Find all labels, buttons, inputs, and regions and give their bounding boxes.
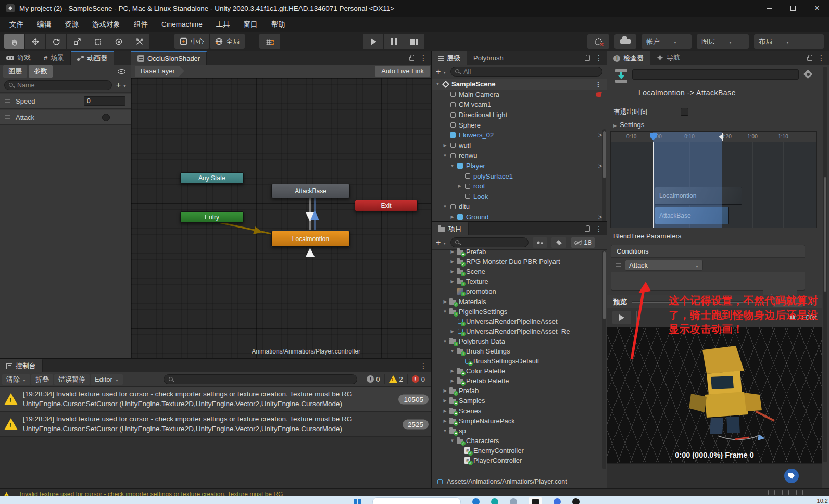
project-row[interactable]: ▶Samples [432,396,607,406]
foldout-collapsed-icon[interactable]: ▶ [441,299,449,304]
hierarchy-row[interactable]: Main Camera [432,90,607,100]
breadcrumb[interactable]: Base Layer [135,66,184,77]
menu-gameobject[interactable]: 游戏对象 [92,20,120,29]
console-search-input[interactable] [164,374,357,384]
hierarchy-row[interactable]: ▶Ground [432,212,607,221]
transform-tool-button[interactable] [108,34,129,49]
taskbar-active-app[interactable] [529,497,542,504]
hierarchy-row[interactable]: ▶root [432,181,607,192]
auto-live-link-button[interactable]: Auto Live Link [375,66,430,77]
add-parameter-button[interactable] [116,81,127,90]
menu-cinemachine[interactable]: Cinemachine [161,20,203,28]
hierarchy-row[interactable]: CM vcam1 [432,99,607,110]
menu-component[interactable]: 组件 [134,20,148,29]
rotate-tool-button[interactable] [46,34,66,49]
transition-name-field[interactable] [632,69,799,80]
foldout-expanded-icon[interactable]: ▼ [448,349,456,354]
project-row[interactable]: ▶Prefab Palette [432,376,607,386]
status-icon[interactable] [768,490,775,495]
rect-tool-button[interactable] [87,34,108,49]
taskbar-app-icon[interactable] [472,498,480,504]
condition-parameter-dropdown[interactable]: Attack [625,260,703,271]
collab-button[interactable] [587,34,609,49]
console-error-filter[interactable]: 0 [407,374,429,384]
foldout-collapsed-icon[interactable] [613,121,620,129]
status-icon[interactable] [782,490,789,495]
foldout-collapsed-icon[interactable]: ▶ [448,249,456,254]
scale-tool-button[interactable] [67,34,87,49]
menu-help[interactable]: 帮助 [271,20,285,29]
lock-icon[interactable] [585,57,590,61]
state-node-localmontion[interactable]: Localmontion [271,231,350,247]
console-message-row[interactable]: [19:28:34] Invalid texture used for curs… [0,387,431,412]
foldout-expanded-icon[interactable]: ▼ [434,82,442,86]
console-message-row[interactable]: [19:28:34] Invalid texture used for curs… [0,412,431,437]
parameter-row-speed[interactable]: Speed 0 [0,94,131,109]
preview-header[interactable]: 预览 [607,295,822,308]
custom-tools-button[interactable] [129,34,149,49]
pause-button[interactable] [384,34,404,49]
project-row[interactable]: ▶RPG Monster Duo PBR Polyart [432,257,607,267]
preview-option-box[interactable] [773,297,803,307]
project-row[interactable]: BrushSettings-Default [432,356,607,366]
hand-tool-button[interactable] [4,34,24,49]
project-row[interactable]: ▶Scenes [432,406,607,416]
project-row[interactable]: EnemyController [432,446,607,456]
project-row[interactable]: ▶Color Palette [432,366,607,376]
foldout-collapsed-icon[interactable]: ▶ [456,184,463,188]
foldout-collapsed-icon[interactable]: ▶ [441,143,449,148]
scrollbar[interactable] [602,250,606,469]
menu-tools[interactable]: 工具 [216,20,230,29]
tab-animator[interactable]: 动画器 [71,51,114,65]
project-row[interactable]: ▼sp [432,426,607,436]
kebab-menu-icon[interactable] [420,361,427,370]
maximize-button[interactable] [781,0,805,17]
project-row[interactable]: ▼Polybrush Data [432,336,607,346]
eye-icon[interactable] [118,68,125,74]
tab-game[interactable]: 游戏 [0,51,37,65]
project-row[interactable]: promotion [432,286,607,296]
console-error-pause-button[interactable]: 错误暂停 [54,374,90,385]
menu-edit[interactable]: 编辑 [37,20,51,29]
scrollbar[interactable] [823,67,827,462]
console-clear-button[interactable]: 清除 [2,374,30,385]
gear-icon[interactable] [805,71,811,78]
trigger-radio[interactable] [102,114,110,121]
foldout-collapsed-icon[interactable]: ▶ [448,369,456,373]
console-info-filter[interactable]: 0 [362,374,384,384]
hierarchy-row[interactable]: ▼ditu [432,201,607,212]
hierarchy-search-input[interactable]: All [450,67,602,77]
project-search-input[interactable] [450,237,529,247]
project-row[interactable]: UniversalRenderPipelineAsset [432,317,607,326]
menu-file[interactable]: 文件 [9,20,23,29]
foldout-expanded-icon[interactable]: ▼ [441,204,449,209]
space-toggle-button[interactable]: 全局 [210,34,245,49]
create-object-button[interactable] [436,68,446,76]
menu-window[interactable]: 窗口 [244,20,258,29]
lock-icon[interactable] [409,57,414,61]
prefab-chevron-icon[interactable] [598,162,602,170]
state-node-entry[interactable]: Entry [180,211,244,223]
project-row[interactable]: ▶UniversalRenderPipelineAsset_Re [432,326,607,336]
preview-play-button[interactable] [612,311,631,324]
state-node-anystate[interactable]: Any State [180,172,244,184]
hierarchy-row[interactable]: ▼SampleScene [432,79,607,90]
hierarchy-row[interactable]: Directional Light [432,110,607,120]
hierarchy-row[interactable]: Look [432,192,607,202]
hidden-packages-toggle[interactable]: 18 [571,237,594,248]
foldout-collapsed-icon[interactable]: ▶ [448,259,456,264]
taskbar-app-icon[interactable] [572,498,580,504]
preview-viewport[interactable]: 0:00 (000.0%) Frame 0 [607,327,822,463]
project-row[interactable]: ▶Materials [432,296,607,306]
kebab-menu-icon[interactable] [595,54,602,62]
foldout-expanded-icon[interactable]: ▼ [441,153,449,158]
state-node-exit[interactable]: Exit [355,200,418,211]
foldout-collapsed-icon[interactable]: ▶ [448,279,456,284]
kebab-menu-icon[interactable] [818,54,825,62]
drag-handle-icon[interactable] [616,263,621,267]
layers-subtab[interactable]: 图层 [3,65,27,78]
state-node-attackbase[interactable]: AttackBase [271,184,350,198]
taskbar-search[interactable] [372,497,461,504]
console-editor-dropdown[interactable]: Editor [91,374,123,385]
console-collapse-button[interactable]: 折叠 [31,374,53,385]
